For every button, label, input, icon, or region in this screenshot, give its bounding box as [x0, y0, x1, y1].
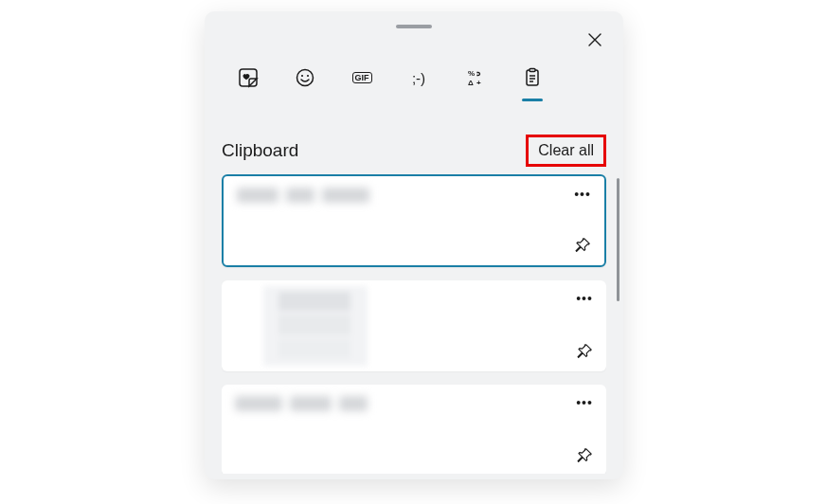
svg-text:Δ: Δ: [468, 79, 474, 87]
close-button[interactable]: [582, 27, 608, 53]
clipboard-item-image-preview: [263, 286, 368, 366]
emoji-tab[interactable]: [290, 66, 320, 104]
scrollbar-thumb[interactable]: [617, 178, 620, 301]
recent-tab[interactable]: [233, 66, 263, 104]
clipboard-icon: [522, 67, 543, 88]
svg-rect-9: [530, 69, 535, 72]
svg-point-3: [307, 75, 309, 77]
section-title: Clipboard: [222, 140, 298, 161]
clipboard-items-list: ••• •••: [222, 174, 606, 474]
pin-icon: [576, 343, 593, 360]
clear-all-button[interactable]: Clear all: [526, 135, 606, 166]
clipboard-tab[interactable]: [517, 66, 548, 104]
item-more-button[interactable]: •••: [572, 392, 597, 413]
item-pin-button[interactable]: [570, 233, 595, 258]
svg-text:ↄ: ↄ: [476, 69, 481, 78]
symbols-icon: % ↄ Δ +: [465, 67, 486, 88]
item-more-button[interactable]: •••: [572, 288, 597, 309]
more-icon: •••: [574, 187, 591, 202]
drag-handle[interactable]: [396, 25, 432, 28]
kaomoji-icon: ;-): [407, 66, 430, 89]
more-icon: •••: [576, 291, 593, 306]
pin-icon: [576, 447, 593, 464]
svg-point-2: [301, 75, 303, 77]
kaomoji-tab[interactable]: ;-): [404, 66, 434, 104]
svg-point-1: [297, 70, 314, 86]
emoji-clipboard-panel: GIF ;-) % ↄ Δ +: [205, 11, 623, 479]
pin-icon: [574, 237, 591, 254]
gif-icon: GIF: [352, 72, 372, 83]
svg-text:+: +: [476, 79, 481, 87]
clipboard-item[interactable]: •••: [222, 174, 606, 267]
heart-sticker-icon: [238, 67, 259, 88]
category-tabbar: GIF ;-) % ↄ Δ +: [233, 66, 548, 104]
gif-tab[interactable]: GIF: [347, 66, 377, 104]
item-pin-button[interactable]: [572, 339, 597, 364]
clipboard-item-text-preview: [237, 188, 388, 207]
item-more-button[interactable]: •••: [570, 184, 595, 205]
smiley-icon: [295, 67, 315, 88]
close-icon: [587, 32, 602, 47]
more-icon: •••: [576, 395, 593, 410]
clipboard-item[interactable]: •••: [222, 280, 606, 371]
svg-text:%: %: [468, 69, 475, 78]
item-pin-button[interactable]: [572, 443, 597, 468]
clipboard-item[interactable]: •••: [222, 385, 606, 474]
section-header: Clipboard Clear all: [222, 136, 606, 165]
symbols-tab[interactable]: % ↄ Δ +: [460, 66, 491, 104]
svg-rect-8: [527, 70, 538, 85]
clipboard-item-text-preview: [235, 396, 386, 415]
